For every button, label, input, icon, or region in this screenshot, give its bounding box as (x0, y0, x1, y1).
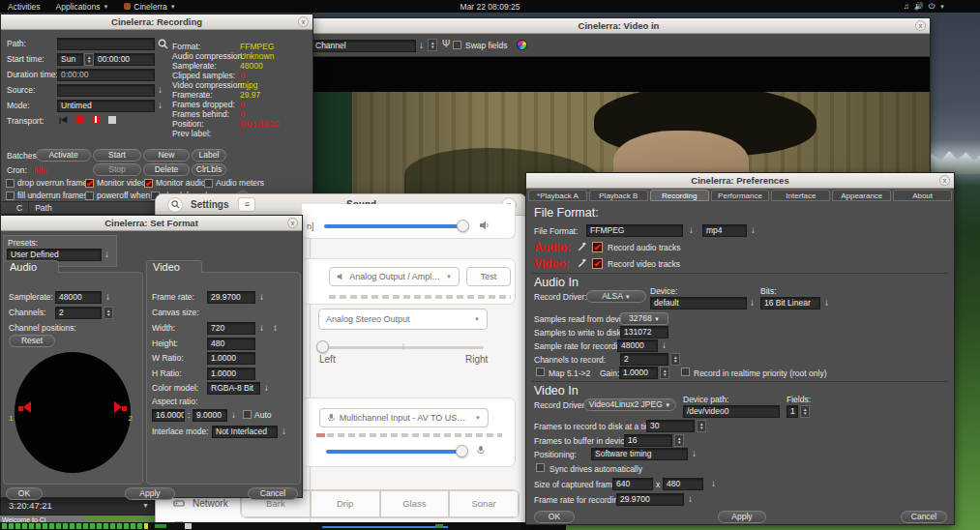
fields-input[interactable]: 1 (787, 405, 798, 418)
system-volume-slider[interactable] (324, 224, 463, 228)
channel-tuner-icon[interactable]: Ψ (442, 39, 450, 49)
input-volume-slider[interactable] (326, 450, 461, 454)
set-format-titlebar[interactable]: Cinelerra: Set Format x (1, 216, 302, 231)
record-video-checkbox[interactable]: ✔ (592, 258, 603, 269)
poweroff-checkbox[interactable] (85, 191, 94, 200)
label-button[interactable]: Label (192, 149, 226, 162)
activate-button[interactable]: Activate (36, 149, 91, 162)
clock[interactable]: Mar 22 08:09:25 (460, 2, 520, 12)
slider-handle[interactable] (457, 220, 469, 232)
dropdown-arrow-icon[interactable]: ↓ (688, 494, 693, 504)
dropdown-arrow-icon[interactable]: ↓ (158, 101, 163, 110)
tab-appearance[interactable]: Appearance (832, 190, 891, 201)
audio-meters-checkbox[interactable] (204, 179, 213, 188)
frames-disk-input[interactable]: 30 (646, 420, 695, 432)
close-icon[interactable]: x (939, 175, 950, 186)
record-pause-icon[interactable] (90, 114, 102, 125)
dropdown-arrow-icon[interactable]: ↓ (231, 410, 236, 420)
samples-write-input[interactable]: 131072 (620, 326, 668, 339)
frames-buffer-input[interactable]: 16 (624, 434, 672, 447)
video-driver-select[interactable]: Video4Linux2 JPEG ▼ (583, 398, 676, 411)
menu-icon[interactable]: ≡ (238, 197, 255, 212)
balance-handle[interactable] (316, 340, 329, 353)
positioning-select[interactable]: Software timing (591, 448, 688, 460)
sample-rate-input[interactable]: 48000 (617, 339, 658, 352)
close-icon[interactable]: x (287, 218, 298, 228)
frame-rate-input[interactable]: 29.9700 (207, 291, 255, 304)
sync-drives-checkbox[interactable] (536, 463, 545, 472)
fields-spinner-icon[interactable]: ▲▼ (800, 405, 810, 418)
caret-down-icon[interactable]: ▼ (939, 4, 945, 10)
device-path-input[interactable]: /dev/video0 (683, 405, 780, 418)
activities-button[interactable]: Activities (0, 0, 48, 13)
size-width-input[interactable]: 640 (612, 478, 653, 490)
file-format-select[interactable]: FFMPEG (586, 224, 683, 237)
applications-menu[interactable]: Applications▼ (48, 0, 117, 13)
delete-button[interactable]: Delete (143, 163, 190, 176)
aspect-h-input[interactable]: 9.0000 (193, 409, 227, 422)
preferences-titlebar[interactable]: Cinelerra: Preferences x (526, 173, 954, 189)
dropdown-arrow-icon[interactable]: ↓ (104, 250, 109, 259)
apply-button[interactable]: Apply (125, 487, 175, 500)
tab-playback-a[interactable]: *Playback A (528, 190, 587, 201)
dropdown-arrow-icon[interactable]: ↓ (259, 292, 264, 302)
fill-underrun-checkbox[interactable] (6, 191, 15, 200)
new-button[interactable]: New (143, 149, 190, 162)
channels-input[interactable]: 2 (55, 307, 102, 319)
day-spinner-icon[interactable]: ▲▼ (84, 53, 94, 66)
dropdown-arrow-icon[interactable]: ↓ (751, 225, 756, 235)
wrench-icon[interactable] (577, 242, 587, 252)
search-icon[interactable] (167, 197, 183, 213)
aspect-auto-checkbox[interactable] (243, 410, 252, 419)
start-time-input[interactable]: 00:00:00 (94, 53, 155, 66)
channels-spinner-icon[interactable]: ▲▼ (670, 353, 680, 366)
dropdown-arrow-icon[interactable]: ↓ (264, 383, 269, 393)
stop-icon[interactable] (106, 114, 118, 125)
volume-icon[interactable]: 🔊 (914, 2, 924, 11)
bits-select[interactable]: 16 Bit Linear (760, 297, 820, 309)
aspect-w-input[interactable]: 16.0000 (152, 409, 185, 422)
record-framerate-input[interactable]: 29.9700 (616, 493, 684, 506)
cancel-button[interactable]: Cancel (248, 487, 298, 500)
channels-record-input[interactable]: 2 (620, 353, 668, 366)
map51-checkbox[interactable] (536, 368, 545, 376)
frames-buffer-spinner-icon[interactable]: ▲▼ (674, 434, 684, 447)
swap-fields-checkbox[interactable] (453, 41, 461, 49)
record-audio-checkbox[interactable]: ✔ (592, 242, 603, 252)
column-path[interactable]: Path (35, 203, 52, 213)
container-select[interactable]: mp4 (702, 224, 747, 237)
channel-2-speaker-icon[interactable] (111, 402, 127, 415)
drop-overrun-checkbox[interactable] (6, 179, 15, 188)
tab-performance[interactable]: Performance (711, 190, 770, 201)
day-select[interactable]: Sun (57, 53, 83, 66)
width-input[interactable]: 720 (207, 322, 255, 335)
sidebar-item-network[interactable]: Network (173, 497, 228, 509)
channel-position-circle[interactable]: 1 2 (15, 352, 131, 473)
slider-handle[interactable] (456, 445, 468, 457)
samples-read-select[interactable]: 32768 ▼ (620, 312, 668, 325)
gain-spinner-icon[interactable]: ▲▼ (660, 367, 669, 379)
dropdown-arrow-icon[interactable]: ↓ (105, 292, 110, 302)
apply-button[interactable]: Apply (718, 511, 766, 523)
reset-button[interactable]: Reset (9, 335, 55, 347)
start-button[interactable]: Start (93, 149, 141, 162)
close-icon[interactable]: x (915, 20, 926, 31)
dropdown-arrow-icon[interactable]: ↓ (158, 85, 163, 95)
channel-spinner-icon[interactable]: ▲▼ (428, 39, 437, 51)
gain-input[interactable]: 1.0000 (619, 367, 658, 379)
device-input[interactable]: default (650, 297, 747, 309)
output-device-select[interactable]: Analog Output / Amplifie... ▼ (329, 267, 460, 286)
mode-input[interactable]: Untimed (57, 100, 155, 112)
dropdown-arrow-icon[interactable]: ↓ (692, 449, 697, 458)
input-device-select[interactable]: Multichannel Input - AV TO USB2.0 ▼ (319, 408, 489, 427)
record-icon[interactable] (74, 114, 85, 125)
cancel-button[interactable]: Cancel (901, 511, 947, 523)
tab-about[interactable]: About (893, 190, 952, 201)
dropdown-arrow-icon[interactable]: ↓ (282, 427, 286, 436)
test-speakers-button[interactable]: Test (466, 267, 511, 286)
w-ratio-input[interactable]: 1.0000 (207, 352, 255, 365)
output-config-select[interactable]: Analog Stereo Output ▼ (318, 309, 488, 330)
dropdown-arrow-icon[interactable]: ↓ (750, 298, 755, 308)
rewind-icon[interactable]: |◀ (57, 114, 69, 125)
app-indicator-menu[interactable]: Cinelerra▼ (116, 0, 183, 13)
